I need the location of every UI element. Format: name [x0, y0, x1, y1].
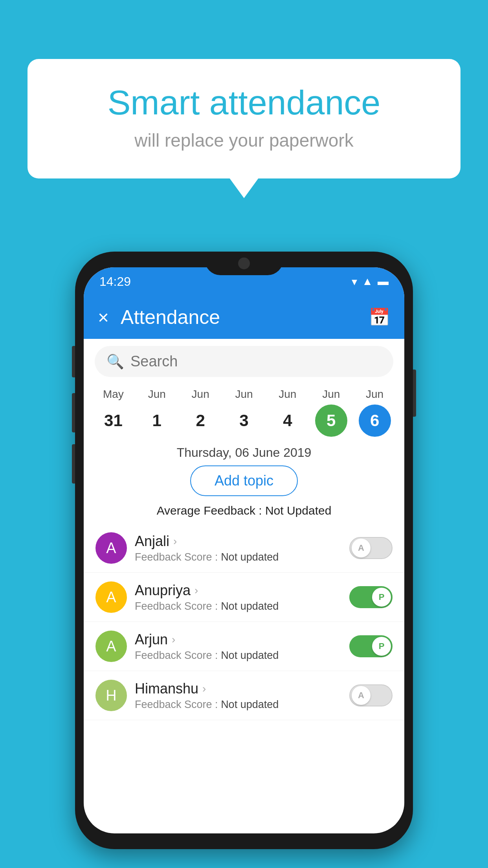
student-info: Anjali ›Feedback Score : Not updated — [135, 533, 341, 563]
attendance-toggle[interactable]: P — [349, 635, 393, 657]
phone-screen: 14:29 ▾ ▲ ▬ × Attendance 📅 🔍 May31Jun — [84, 267, 404, 833]
student-name: Arjun › — [135, 631, 341, 648]
student-item[interactable]: AAnupriya ›Feedback Score : Not updatedP — [84, 573, 404, 622]
student-item[interactable]: HHimanshu ›Feedback Score : Not updatedA — [84, 671, 404, 720]
speech-bubble: Smart attendance will replace your paper… — [28, 59, 460, 178]
date-month: May — [103, 388, 124, 401]
student-feedback: Feedback Score : Not updated — [135, 649, 341, 662]
feedback-value: Not updated — [221, 699, 279, 710]
student-feedback: Feedback Score : Not updated — [135, 551, 341, 563]
date-month: Jun — [235, 388, 253, 401]
date-col[interactable]: Jun1 — [135, 388, 179, 437]
app-title: Attendance — [121, 306, 357, 329]
phone-body: 14:29 ▾ ▲ ▬ × Attendance 📅 🔍 May31Jun — [75, 252, 413, 849]
front-camera — [238, 257, 250, 269]
toggle-knob: P — [372, 637, 391, 656]
date-month: Jun — [192, 388, 209, 401]
date-col[interactable]: Jun5 — [309, 388, 353, 437]
student-avatar: A — [95, 532, 127, 564]
selected-date: Thursday, 06 June 2019 — [84, 437, 404, 465]
date-month: Jun — [366, 388, 383, 401]
wifi-icon: ▾ — [352, 275, 357, 288]
average-feedback: Average Feedback : Not Updated — [84, 504, 404, 517]
avg-feedback-label: Average Feedback : — [157, 504, 262, 517]
date-month: Jun — [279, 388, 296, 401]
toggle-knob: P — [372, 588, 391, 607]
status-icons: ▾ ▲ ▬ — [352, 275, 389, 288]
volume-up-button — [72, 393, 75, 432]
phone-container: 14:29 ▾ ▲ ▬ × Attendance 📅 🔍 May31Jun — [75, 252, 413, 849]
student-avatar: A — [95, 631, 127, 662]
power-button — [72, 346, 75, 377]
date-col[interactable]: Jun6 — [353, 388, 396, 437]
date-month: Jun — [322, 388, 340, 401]
date-day[interactable]: 4 — [272, 405, 304, 437]
student-feedback: Feedback Score : Not updated — [135, 600, 341, 612]
date-col[interactable]: Jun3 — [222, 388, 266, 437]
student-item[interactable]: AAnjali ›Feedback Score : Not updatedA — [84, 524, 404, 573]
chevron-icon: › — [173, 535, 177, 548]
toggle-knob: A — [352, 686, 371, 705]
student-list: AAnjali ›Feedback Score : Not updatedAAA… — [84, 524, 404, 720]
avg-feedback-value: Not Updated — [265, 504, 331, 517]
chevron-icon: › — [202, 682, 206, 695]
search-input[interactable] — [130, 353, 382, 370]
battery-icon: ▬ — [378, 275, 389, 288]
student-avatar: A — [95, 581, 127, 613]
student-info: Anupriya ›Feedback Score : Not updated — [135, 582, 341, 612]
calendar-icon[interactable]: 📅 — [369, 307, 390, 327]
date-col[interactable]: Jun2 — [179, 388, 222, 437]
date-col[interactable]: Jun4 — [266, 388, 309, 437]
student-item[interactable]: AArjun ›Feedback Score : Not updatedP — [84, 622, 404, 671]
signal-icon: ▲ — [362, 275, 373, 288]
phone-notch — [205, 252, 283, 275]
date-day[interactable]: 6 — [359, 405, 391, 437]
search-icon: 🔍 — [106, 353, 124, 370]
add-topic-button[interactable]: Add topic — [190, 465, 298, 496]
date-day[interactable]: 2 — [184, 405, 216, 437]
student-name: Anjali › — [135, 533, 341, 550]
close-button[interactable]: × — [98, 307, 109, 328]
search-container: 🔍 — [95, 346, 393, 377]
date-day[interactable]: 3 — [228, 405, 260, 437]
bubble-subtitle: will replace your paperwork — [59, 130, 429, 151]
date-month: Jun — [148, 388, 166, 401]
student-avatar: H — [95, 680, 127, 711]
app-bar: × Attendance 📅 — [84, 296, 404, 339]
date-col[interactable]: May31 — [92, 388, 135, 437]
speech-bubble-container: Smart attendance will replace your paper… — [28, 59, 460, 178]
date-strip: May31Jun1Jun2Jun3Jun4Jun5Jun6 — [84, 384, 404, 437]
volume-button-right — [413, 370, 416, 417]
feedback-value: Not updated — [221, 600, 279, 612]
attendance-toggle[interactable]: P — [349, 586, 393, 608]
chevron-icon: › — [194, 584, 198, 597]
date-day[interactable]: 31 — [97, 405, 129, 437]
student-name: Anupriya › — [135, 582, 341, 599]
attendance-toggle[interactable]: A — [349, 537, 393, 559]
chevron-icon: › — [172, 633, 175, 646]
attendance-toggle[interactable]: A — [349, 684, 393, 706]
student-name: Himanshu › — [135, 680, 341, 697]
bubble-title: Smart attendance — [59, 83, 429, 123]
student-info: Himanshu ›Feedback Score : Not updated — [135, 680, 341, 711]
toggle-knob: A — [352, 539, 371, 557]
date-day[interactable]: 5 — [315, 405, 347, 437]
volume-down-button — [72, 444, 75, 484]
student-info: Arjun ›Feedback Score : Not updated — [135, 631, 341, 662]
feedback-value: Not updated — [221, 551, 279, 563]
date-day[interactable]: 1 — [141, 405, 173, 437]
status-time: 14:29 — [99, 274, 131, 289]
feedback-value: Not updated — [221, 649, 279, 661]
student-feedback: Feedback Score : Not updated — [135, 699, 341, 711]
